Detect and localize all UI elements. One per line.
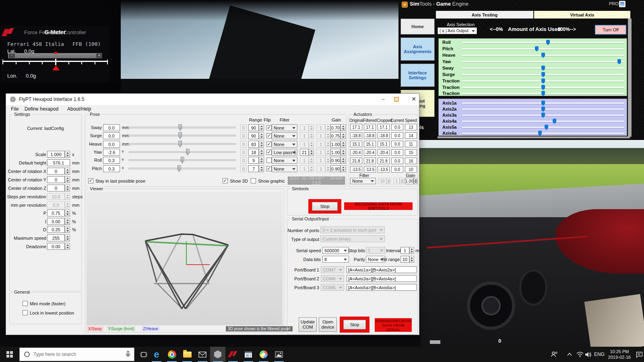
pid-i-field[interactable]: 0.00: [47, 218, 65, 225]
pose-filter-dropdown[interactable]: None: [272, 124, 297, 131]
tab-virtual-axis[interactable]: Virtual Axis: [534, 11, 630, 19]
actuators-filter-dropdown[interactable]: None: [350, 178, 376, 184]
update-com-button[interactable]: Update COM: [299, 317, 317, 332]
pose-filter-param1[interactable]: 21: [300, 149, 309, 156]
pose-gain-heave[interactable]: 1.00: [330, 141, 341, 148]
axis-slider-thumb[interactable]: [535, 46, 539, 51]
search-input[interactable]: [33, 352, 114, 357]
axis-slider-thumb[interactable]: [541, 113, 545, 118]
pose-range-spinner[interactable]: [259, 141, 264, 148]
pose-gain-spinner[interactable]: [341, 141, 346, 148]
simtools-stop-button[interactable]: Stop: [312, 202, 338, 211]
pose-gain-roll[interactable]: 0.90: [330, 157, 341, 164]
taskbar-app-mail[interactable]: [195, 347, 210, 362]
maximum-speed-spinner[interactable]: [65, 234, 70, 241]
deadzone-field[interactable]: 0.00: [47, 243, 65, 250]
sidebar-item-axis-assignments[interactable]: Axis Assignments: [400, 37, 435, 61]
actuators-gain-field[interactable]: 1.00: [405, 178, 414, 184]
bit-range-field[interactable]: 10: [400, 256, 409, 263]
tab-axis-testing[interactable]: Axis Testing: [436, 11, 533, 19]
microphone-icon[interactable]: [125, 351, 131, 358]
pose-gain-spinner[interactable]: [341, 124, 346, 131]
axis-slider-thumb[interactable]: [538, 131, 542, 136]
taskbar-app-paint[interactable]: [256, 347, 271, 362]
center-rotation-z-field[interactable]: 0: [47, 185, 65, 191]
pose-flip-checkbox[interactable]: [266, 158, 272, 163]
minimize-button[interactable]: –: [377, 96, 389, 103]
interval-spinner[interactable]: [409, 247, 414, 254]
pose-slider-heave[interactable]: [128, 143, 236, 145]
pose-flip-checkbox[interactable]: [266, 125, 272, 130]
pose-value-sway[interactable]: 0.0: [103, 124, 120, 131]
axis-slider-thumb[interactable]: [541, 78, 545, 84]
axis-slider[interactable]: [462, 55, 624, 56]
pid-p-field[interactable]: 0.75: [47, 210, 65, 216]
pid-i-spinner[interactable]: [65, 218, 70, 225]
interval-field[interactable]: 1: [400, 247, 409, 254]
pose-gain-spinner[interactable]: [341, 165, 346, 172]
pose-flip-checkbox[interactable]: [266, 166, 272, 171]
axis-slider-thumb[interactable]: [545, 125, 548, 130]
pose-gain-pitch[interactable]: 0.90: [330, 165, 341, 172]
menu-file[interactable]: File: [11, 106, 19, 112]
pose-range-sway[interactable]: 90: [248, 124, 259, 131]
axis-slider[interactable]: [462, 80, 624, 82]
port1-pattern-field[interactable]: [A<Axis1a>][B<Axis2a>]: [347, 266, 417, 273]
pose-range-surge[interactable]: 90: [248, 132, 259, 139]
deadzone-spinner[interactable]: [65, 243, 70, 250]
menu-define-hexapod[interactable]: Define hexapod: [25, 106, 58, 112]
taskbar-app-window[interactable]: [241, 347, 256, 362]
pose-range-pitch[interactable]: 7: [248, 165, 259, 172]
pose-range-spinner[interactable]: [259, 132, 264, 139]
pose-flip-checkbox[interactable]: [266, 133, 272, 138]
port2-pattern-field[interactable]: [A<Axis3a>][B<Axis4a>]: [347, 275, 417, 282]
pose-filter-dropdown[interactable]: None: [272, 132, 297, 139]
taskbar-app-edge[interactable]: e: [149, 347, 164, 362]
axis-slider-thumb[interactable]: [546, 40, 550, 45]
pose-gain-surge[interactable]: 0.75: [330, 132, 341, 139]
axis-slider[interactable]: [462, 115, 624, 116]
pose-slider-yaw[interactable]: [128, 151, 236, 153]
search-box[interactable]: [19, 348, 134, 361]
axis-slider[interactable]: [462, 93, 624, 94]
pose-gain-sway[interactable]: 0.70: [330, 124, 341, 131]
pose-gain-spinner[interactable]: [341, 132, 346, 139]
language-indicator[interactable]: ENG: [592, 347, 606, 362]
turn-off-button[interactable]: Turn Off: [595, 25, 626, 35]
axis-slider[interactable]: [462, 133, 624, 134]
pose-filter-dropdown[interactable]: None: [272, 141, 297, 148]
pose-gain-spinner[interactable]: [341, 157, 346, 164]
people-icon[interactable]: [548, 347, 560, 362]
axis-slider-thumb[interactable]: [541, 85, 545, 90]
sidebar-item-home[interactable]: Home: [400, 19, 435, 35]
show-3d-checkbox[interactable]: [223, 178, 228, 183]
pose-range-spinner[interactable]: [259, 124, 264, 131]
port3-pattern-field[interactable]: [A<Axis5a>][B<Axis6a>]: [347, 284, 417, 291]
pose-slider-roll[interactable]: [128, 159, 236, 161]
pose-range-spinner[interactable]: [259, 149, 264, 156]
axis-slider-thumb[interactable]: [541, 91, 545, 96]
stay-last-pose-checkbox[interactable]: [88, 178, 93, 183]
pose-range-heave[interactable]: 83: [248, 141, 259, 148]
pose-value-heave[interactable]: 0.0: [103, 141, 120, 148]
viewer-canvas[interactable]: [87, 192, 283, 325]
center-rotation-x-spinner[interactable]: [65, 168, 70, 175]
menu-about-help[interactable]: About/Help: [67, 106, 91, 112]
actuators-gain-spinner[interactable]: [414, 178, 417, 184]
start-button[interactable]: [0, 347, 19, 362]
axis-slider[interactable]: [462, 121, 624, 122]
pose-filter-dropdown[interactable]: None: [272, 157, 297, 164]
axis-slider[interactable]: [462, 87, 624, 88]
taskbar-app-photos[interactable]: [271, 347, 287, 362]
version-button[interactable]: 2019 - by The FlyPT - Version 1.6.5: [288, 177, 345, 185]
pid-d-field[interactable]: 0.25: [47, 226, 65, 233]
default-height-field[interactable]: 576.1: [47, 159, 70, 166]
pose-flip-checkbox[interactable]: [266, 142, 272, 147]
axis-slider[interactable]: [462, 74, 624, 75]
pose-value-surge[interactable]: 0.0: [103, 132, 120, 139]
pose-range-spinner[interactable]: [259, 157, 264, 164]
axis-slider[interactable]: [462, 109, 624, 110]
tray-chevron-up-icon[interactable]: [564, 347, 575, 362]
maximum-speed-field[interactable]: 255: [47, 234, 65, 241]
axis-slider[interactable]: [462, 48, 624, 49]
